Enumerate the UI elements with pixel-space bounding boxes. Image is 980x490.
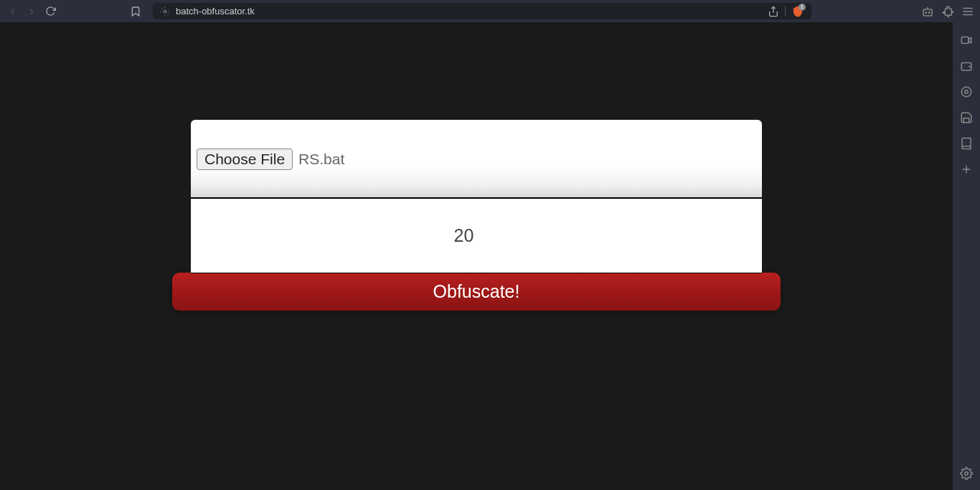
- svg-point-4: [929, 11, 930, 13]
- extensions-icon[interactable]: [941, 5, 954, 18]
- divider: [785, 6, 786, 17]
- svg-rect-2: [923, 9, 932, 16]
- iterations-section: [191, 197, 762, 273]
- bookmark-icon[interactable]: [130, 6, 141, 17]
- chat-icon[interactable]: [960, 85, 973, 98]
- svg-point-12: [961, 87, 971, 97]
- page-content: Choose File RS.bat Obfuscate!: [0, 22, 953, 490]
- svg-point-0: [164, 10, 166, 13]
- shield-badge: 1: [798, 4, 806, 11]
- wallet-icon[interactable]: [960, 60, 973, 72]
- add-icon[interactable]: [960, 163, 973, 176]
- iterations-input[interactable]: [191, 199, 762, 273]
- brave-shield-icon[interactable]: 1: [791, 5, 804, 18]
- reader-icon[interactable]: [960, 137, 973, 150]
- robot-icon[interactable]: [921, 5, 934, 18]
- forward-button[interactable]: [24, 4, 39, 19]
- address-bar[interactable]: batch-obfuscator.tk 1: [153, 3, 811, 19]
- browser-chrome: batch-obfuscator.tk 1: [0, 0, 980, 22]
- site-settings-icon[interactable]: [160, 6, 170, 17]
- share-icon[interactable]: [768, 6, 779, 17]
- video-icon[interactable]: [960, 34, 973, 47]
- svg-point-3: [925, 11, 927, 13]
- save-icon[interactable]: [960, 111, 973, 124]
- svg-point-13: [965, 90, 969, 94]
- svg-point-16: [965, 472, 969, 476]
- obfuscator-card: Choose File RS.bat Obfuscate!: [172, 120, 781, 311]
- back-button[interactable]: [6, 4, 20, 19]
- selected-file-name: RS.bat: [298, 149, 344, 170]
- svg-rect-9: [961, 37, 969, 44]
- reload-button[interactable]: [43, 4, 57, 19]
- hamburger-menu-icon[interactable]: [961, 5, 974, 18]
- file-input-section: Choose File RS.bat: [191, 120, 762, 197]
- settings-icon[interactable]: [960, 467, 973, 480]
- svg-marker-10: [969, 37, 971, 43]
- url-text: batch-obfuscator.tk: [176, 6, 762, 17]
- choose-file-button[interactable]: Choose File: [197, 149, 293, 170]
- right-sidebar: [953, 22, 980, 490]
- obfuscate-button[interactable]: Obfuscate!: [172, 273, 781, 311]
